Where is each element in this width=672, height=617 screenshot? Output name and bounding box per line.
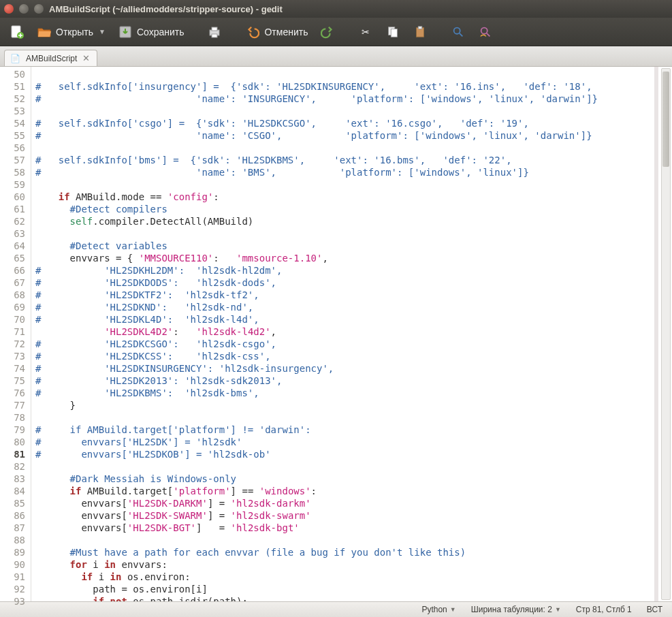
window-close-button[interactable] — [4, 4, 14, 14]
save-label: Сохранить — [137, 27, 185, 37]
new-file-button[interactable] — [4, 22, 30, 42]
dropdown-arrow-icon: ▼ — [555, 606, 561, 613]
paste-button[interactable] — [407, 22, 433, 42]
dropdown-arrow-icon: ▼ — [99, 28, 106, 35]
open-button[interactable]: Открыть ▼ — [31, 22, 111, 42]
editor-area[interactable]: 5051525354555657585960616263646566676869… — [0, 67, 672, 601]
copy-button[interactable] — [380, 22, 406, 42]
undo-button[interactable]: Отменить — [240, 22, 313, 42]
vertical-scrollbar[interactable] — [661, 68, 671, 600]
copy-icon — [385, 25, 400, 39]
window-titlebar: AMBuildScript (~/alliedmodders/stripper-… — [0, 0, 672, 18]
line-number-gutter: 5051525354555657585960616263646566676869… — [0, 67, 31, 601]
cut-button[interactable]: ✂ — [353, 22, 379, 42]
tab-bar: 📄 AMBuildScript ✕ — [0, 46, 672, 67]
find-replace-icon — [478, 25, 493, 39]
redo-icon — [320, 25, 335, 39]
tab-label: AMBuildScript — [26, 54, 77, 63]
save-icon — [118, 25, 133, 39]
cursor-position: Стр 81, Стлб 1 — [576, 605, 632, 614]
tab-width-selector[interactable]: Ширина табуляции: 2 ▼ — [471, 605, 561, 614]
file-icon: 📄 — [10, 54, 20, 63]
find-replace-button[interactable] — [473, 22, 498, 42]
tab-close-icon[interactable]: ✕ — [82, 53, 90, 63]
undo-icon — [245, 25, 260, 39]
folder-open-icon — [37, 25, 52, 39]
status-bar: Python ▼ Ширина табуляции: 2 ▼ Стр 81, С… — [0, 601, 672, 617]
insert-mode-label: ВСТ — [647, 605, 662, 614]
print-icon — [207, 25, 222, 39]
tab-ambuildscript[interactable]: 📄 AMBuildScript ✕ — [4, 50, 97, 66]
open-label: Открыть — [56, 27, 93, 37]
svg-point-11 — [481, 27, 487, 33]
code-editor[interactable]: # self.sdkInfo['insurgency'] = {'sdk': '… — [31, 67, 672, 601]
language-label: Python — [421, 605, 447, 614]
scrollbar-thumb[interactable] — [662, 72, 669, 167]
main-toolbar: Открыть ▼ Сохранить Отменить ✂ — [0, 18, 672, 46]
language-selector[interactable]: Python ▼ — [421, 605, 455, 614]
search-icon — [451, 25, 466, 39]
scissors-icon: ✂ — [358, 25, 373, 39]
new-file-icon — [10, 25, 25, 39]
svg-rect-9 — [419, 26, 422, 29]
svg-point-10 — [454, 27, 460, 33]
undo-label: Отменить — [264, 27, 308, 37]
cursor-position-label: Стр 81, Стлб 1 — [576, 605, 632, 614]
window-title: AMBuildScript (~/alliedmodders/stripper-… — [49, 4, 283, 14]
find-button[interactable] — [445, 22, 471, 42]
paste-icon — [413, 25, 428, 39]
save-button[interactable]: Сохранить — [112, 22, 190, 42]
window-maximize-button[interactable] — [34, 4, 44, 14]
print-button[interactable] — [202, 22, 227, 42]
dropdown-arrow-icon: ▼ — [450, 606, 456, 613]
svg-rect-5 — [212, 34, 217, 37]
window-minimize-button[interactable] — [19, 4, 29, 14]
right-margin-guide — [654, 67, 658, 601]
tab-width-label: Ширина табуляции: 2 — [471, 605, 552, 614]
svg-rect-7 — [391, 29, 398, 37]
redo-button[interactable] — [315, 22, 340, 42]
insert-mode: ВСТ — [647, 605, 662, 614]
svg-rect-4 — [212, 27, 217, 31]
